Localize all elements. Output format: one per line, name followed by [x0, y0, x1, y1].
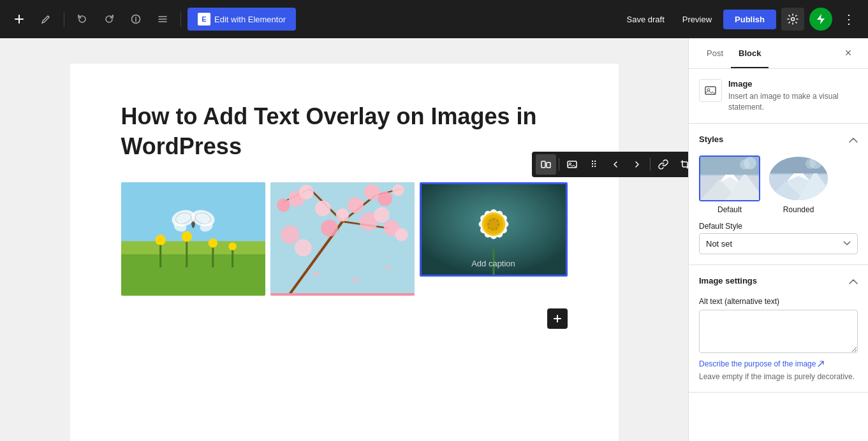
style-option-rounded[interactable]: Rounded	[768, 155, 829, 214]
svg-point-15	[181, 231, 191, 242]
block-name: Image	[728, 79, 858, 89]
link-button[interactable]	[653, 154, 673, 175]
publish-button[interactable]: Publish	[723, 10, 776, 29]
block-description: Insert an image to make a visual stateme…	[728, 91, 858, 113]
edit-with-elementor-button[interactable]: E Edit with Elementor	[188, 8, 296, 31]
svg-point-81	[744, 157, 756, 170]
default-style-label: Default Style	[699, 222, 858, 231]
svg-rect-9	[121, 241, 265, 254]
image-settings-section: Image settings Alt text (alternative tex…	[689, 265, 868, 393]
drag-handle[interactable]: ⠿	[584, 154, 604, 175]
alt-text-label: Alt text (alternative text)	[699, 297, 858, 306]
svg-point-36	[378, 191, 392, 206]
add-block-toolbar-button[interactable]	[8, 8, 31, 31]
style-default-label: Default	[717, 205, 742, 214]
svg-point-70	[487, 223, 489, 225]
svg-point-35	[364, 184, 379, 200]
crop-button[interactable]	[675, 154, 689, 175]
block-info: Image Insert an image to make a visual s…	[689, 69, 868, 124]
svg-point-33	[277, 198, 290, 212]
style-option-default[interactable]: Default	[699, 155, 760, 214]
sidebar-header: Post Block ×	[689, 38, 868, 69]
svg-point-1	[791, 18, 795, 21]
list-view-button[interactable]	[151, 8, 174, 31]
toolbar-right: Save draft Preview Publish ⋮	[621, 8, 860, 31]
styles-title: Styles	[699, 134, 723, 144]
gallery-view-button[interactable]	[536, 154, 556, 175]
gallery-image-2[interactable]	[270, 182, 415, 296]
sidebar-close-button[interactable]: ×	[839, 44, 858, 63]
post-title[interactable]: How to Add Text Overlay on Images in Wor…	[121, 102, 568, 162]
post-tab[interactable]: Post	[699, 38, 731, 68]
svg-rect-8	[121, 247, 265, 293]
info-button[interactable]	[124, 8, 147, 31]
svg-point-44	[295, 239, 312, 256]
settings-button[interactable]	[781, 8, 804, 31]
more-options-button[interactable]: ⋮	[837, 8, 860, 31]
elementor-icon: E	[198, 13, 210, 25]
block-tab[interactable]: Block	[731, 38, 769, 68]
image-caption[interactable]: Add caption	[422, 259, 566, 268]
svg-point-69	[487, 227, 489, 229]
gallery-image-3[interactable]: Add caption	[420, 182, 568, 277]
nav-next-button[interactable]	[627, 154, 647, 175]
gallery-image-1[interactable]	[121, 182, 265, 296]
main-layout: How to Add Text Overlay on Images in Wor…	[0, 38, 868, 441]
image-gallery: Add caption	[121, 182, 568, 296]
toolbar-divider	[559, 158, 559, 171]
svg-point-34	[299, 185, 314, 199]
save-draft-button[interactable]: Save draft	[621, 11, 671, 28]
preview-button[interactable]: Preview	[676, 11, 718, 28]
default-style-group: Default Style Not set	[699, 222, 858, 254]
styles-section: Styles	[689, 124, 868, 265]
toolbar-divider-2	[180, 11, 181, 27]
svg-point-47	[374, 207, 390, 223]
svg-point-64	[492, 217, 494, 219]
svg-point-41	[348, 197, 364, 213]
image-settings-header: Image settings	[699, 275, 858, 287]
styles-collapse-button[interactable]	[849, 134, 858, 145]
alt-text-input[interactable]	[699, 310, 858, 353]
svg-point-43	[281, 225, 299, 243]
svg-point-17	[228, 242, 236, 250]
right-sidebar: Post Block × Image Insert an image to ma…	[688, 38, 868, 441]
editor-content: How to Add Text Overlay on Images in Wor…	[70, 64, 619, 441]
svg-rect-3	[547, 163, 550, 168]
svg-point-39	[395, 228, 408, 241]
svg-point-67	[495, 227, 497, 229]
svg-point-42	[335, 208, 349, 222]
svg-point-45	[321, 219, 338, 236]
add-block-button[interactable]	[547, 308, 568, 329]
block-type-icon	[699, 79, 722, 102]
style-rounded-label: Rounded	[783, 205, 814, 214]
redo-button[interactable]	[98, 8, 121, 31]
svg-point-63	[489, 219, 490, 221]
image-settings-collapse-button[interactable]	[849, 275, 858, 287]
svg-point-16	[208, 238, 217, 247]
alt-text-description: Leave empty if the image is purely decor…	[699, 372, 858, 382]
image-toolbar: ⠿	[532, 152, 689, 177]
section-header: Styles	[699, 134, 858, 145]
main-toolbar: E Edit with Elementor Save draft Preview…	[0, 0, 868, 38]
image-button[interactable]	[562, 154, 582, 175]
svg-point-65	[496, 219, 498, 221]
svg-point-40	[314, 200, 330, 216]
alt-text-group: Alt text (alternative text) Describe the…	[699, 297, 858, 382]
undo-button[interactable]	[71, 8, 94, 31]
image-settings-title: Image settings	[699, 276, 757, 286]
gallery-block: ⠿	[121, 182, 568, 296]
style-options: Default	[699, 155, 858, 214]
alt-text-describe-link[interactable]: Describe the purpose of the image	[699, 359, 824, 368]
toolbar-divider-2	[650, 158, 651, 171]
pen-tool-button[interactable]	[34, 8, 57, 31]
nav-prev-button[interactable]	[605, 154, 626, 175]
svg-point-37	[392, 184, 404, 196]
svg-point-14	[155, 235, 165, 245]
toolbar-divider-1	[64, 11, 64, 27]
svg-rect-2	[541, 161, 545, 168]
editor-area[interactable]: How to Add Text Overlay on Images in Wor…	[0, 38, 688, 441]
style-rounded-preview	[768, 155, 829, 201]
block-info-text: Image Insert an image to make a visual s…	[728, 79, 858, 113]
default-style-select[interactable]: Not set	[699, 233, 858, 254]
updates-button[interactable]	[809, 8, 832, 31]
